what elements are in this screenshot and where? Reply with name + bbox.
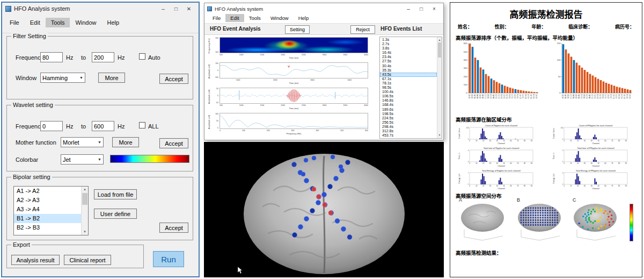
user-define-button[interactable]: User define [94, 209, 137, 219]
hfo-event-item[interactable]: 298.4s [380, 125, 437, 129]
signal-plot [219, 88, 368, 104]
hfo-event-item[interactable]: 189.6s [380, 108, 437, 112]
svg-text:70: 70 [611, 162, 613, 164]
setting-button[interactable]: Setting [285, 25, 310, 34]
hfo-event-item[interactable]: 67.1s [380, 77, 437, 81]
brain-3d-viewport[interactable] [204, 142, 444, 277]
scroll-thumb[interactable] [438, 42, 441, 58]
svg-text:70: 70 [611, 140, 613, 142]
hfo-event-item[interactable]: 224.5s [380, 116, 437, 120]
scroll-down-icon[interactable]: ▼ [437, 132, 442, 138]
hfo-event-item[interactable]: 106.5s [380, 94, 437, 98]
hfo-event-item[interactable]: 168.4s [380, 103, 437, 107]
svg-text:G1-G2: G1-G2 [519, 94, 522, 99]
bipolar-channel-item[interactable]: B2 -> B3 [14, 223, 81, 232]
minimize-button[interactable]: – [157, 6, 170, 12]
svg-text:0: 0 [469, 162, 470, 164]
hfo-event-item[interactable]: 27.5s [380, 59, 437, 63]
brain-render-b [514, 202, 566, 244]
bipolar-channel-item[interactable]: B1 -> B2 [14, 214, 81, 223]
hfo-event-item[interactable]: 78.1s [380, 81, 437, 85]
bipolar-channel-item[interactable]: A2 -> A3 [14, 196, 81, 205]
filtered-signal-subplot: Amplitude (uV) 1000-100 1000200030004000… [207, 62, 377, 87]
maximize-button[interactable]: □ [415, 6, 428, 12]
viewer-menu-file[interactable]: File [208, 14, 225, 22]
wavelet-accept-button[interactable]: Accept [159, 138, 188, 148]
wavelet-freq-to-input[interactable] [92, 121, 114, 131]
settings-menu-tools[interactable]: Tools [46, 18, 70, 27]
svg-text:10: 10 [475, 140, 478, 142]
auto-checkbox[interactable] [139, 53, 145, 60]
events-scrollbar[interactable]: ▲ ▼ [437, 37, 442, 138]
svg-text:Total Energy of Ripples for ea: Total Energy of Ripples for each channel [482, 169, 521, 172]
svg-text:A3-A4: A3-A4 [573, 94, 575, 99]
group-label: Filter Setting [11, 33, 48, 39]
svg-text:0: 0 [564, 185, 565, 187]
wavelet-more-button[interactable]: More [112, 137, 139, 147]
wavelet-freq-from-input[interactable] [40, 121, 63, 131]
window-select[interactable]: Hamming▼ [40, 73, 85, 83]
filter-freq-to-input[interactable] [92, 52, 114, 62]
fripple-energy-histogram: Total Energy of FRipples for each channe… [549, 168, 639, 191]
hfo-event-item[interactable]: 98.5s [380, 85, 437, 90]
mother-function-select[interactable]: Morlet▼ [61, 137, 104, 147]
settings-menu-help[interactable]: Help [102, 18, 125, 27]
hfo-event-item[interactable]: 16.4s [380, 51, 437, 55]
hfo-event-item[interactable]: 23.4s [380, 55, 437, 59]
hfo-event-item[interactable]: 453.7s [380, 133, 437, 138]
svg-text:4: 4 [562, 172, 564, 174]
close-button[interactable]: × [428, 6, 441, 12]
scroll-up-icon[interactable]: ▲ [82, 187, 88, 192]
hfo-event-item[interactable]: 35.3s [380, 68, 437, 73]
svg-text:0: 0 [564, 140, 565, 142]
svg-text:0: 0 [559, 91, 561, 94]
hfo-event-item[interactable]: 146.8s [380, 98, 437, 103]
bipolar-scrollbar[interactable]: ▲ ▼ [81, 187, 88, 235]
x-axis-label: Time (ms) [219, 107, 368, 110]
viewer-menu-edit[interactable]: Edit [225, 14, 244, 22]
svg-text:0: 0 [469, 140, 470, 142]
svg-text:E3-E4: E3-E4 [602, 94, 604, 99]
svg-text:100: 100 [464, 83, 467, 86]
reject-button[interactable]: Reject [350, 25, 375, 34]
load-from-file-button[interactable]: Load from file [94, 189, 137, 199]
hfo-event-item[interactable]: 43.5s [380, 73, 437, 77]
viewer-menu-tools[interactable]: Tools [244, 14, 266, 22]
hfo-event-item[interactable]: 3.8s [380, 46, 437, 51]
hfo-event-item[interactable]: 100.4s [380, 90, 437, 94]
filter-accept-button[interactable]: Accept [159, 74, 188, 84]
minimize-button[interactable]: – [402, 6, 415, 12]
svg-text:F3-F4: F3-F4 [517, 94, 519, 98]
viewer-menu-help[interactable]: Help [294, 14, 314, 22]
bipolar-accept-button[interactable]: Accept [159, 223, 188, 233]
scroll-thumb[interactable] [82, 193, 87, 205]
bipolar-channel-item[interactable]: A3 -> A4 [14, 205, 81, 214]
close-button[interactable]: ✕ [182, 6, 195, 12]
jet-colorbar [630, 204, 633, 241]
svg-text:4: 4 [468, 149, 469, 152]
settings-menu-window[interactable]: Window [70, 18, 101, 27]
svg-text:90: 90 [531, 185, 533, 187]
bipolar-channel-item[interactable]: A1 -> A2 [14, 187, 81, 196]
group-label: Wavelet setting [11, 102, 55, 108]
svg-text:50: 50 [597, 140, 599, 142]
colorbar-select[interactable]: Jet▼ [61, 154, 104, 164]
y-axis-label: Amplitude (uV) [208, 88, 210, 104]
scroll-down-icon[interactable]: ▼ [82, 229, 88, 235]
hfo-event-item[interactable]: 1.3s [380, 38, 437, 42]
hfo-event-item[interactable]: 312.8s [380, 129, 437, 133]
hfo-event-item[interactable]: 2.7s [380, 42, 437, 46]
analysis-result-button[interactable]: Analysis result [11, 255, 60, 265]
filter-more-button[interactable]: More [98, 73, 125, 83]
settings-menu-edit[interactable]: Edit [25, 18, 46, 27]
viewer-menu-window[interactable]: Window [266, 14, 294, 22]
filter-freq-from-input[interactable] [40, 52, 63, 62]
run-button[interactable]: Run [153, 251, 184, 267]
hfo-event-item[interactable]: 198.5s [380, 112, 437, 116]
hfo-event-item[interactable]: 30.4s [380, 64, 437, 68]
hfo-event-item[interactable]: 256.5s [380, 120, 437, 125]
all-checkbox[interactable] [139, 122, 145, 128]
clinical-report-button[interactable]: Clinical report [64, 255, 111, 265]
settings-menu-file[interactable]: File [4, 18, 25, 27]
maximize-button[interactable]: □ [170, 6, 182, 12]
